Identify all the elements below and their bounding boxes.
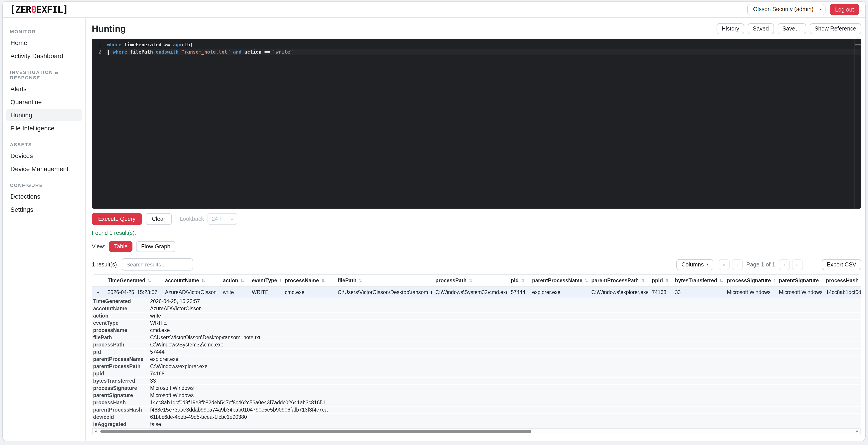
- detail-row-parentprocesspath: parentProcessPathC:\Windows\explorer.exe: [92, 363, 861, 370]
- cell-processsignature: Microsoft Windows: [723, 286, 775, 298]
- sidebar-item-device-management[interactable]: Device Management: [6, 162, 82, 175]
- logo-suffix: EXFIL]: [36, 4, 68, 15]
- page-header-actions: History Saved Save… Show Reference: [717, 23, 861, 34]
- col-header-parentprocesspath[interactable]: parentProcessPath⇅: [588, 275, 648, 286]
- view-toggle: View: Table Flow Graph: [92, 241, 861, 252]
- history-button[interactable]: History: [717, 23, 744, 34]
- first-page-button[interactable]: «: [719, 259, 730, 270]
- editor-overview-ruler: [855, 39, 855, 209]
- detail-row-processpath: processPathC:\Windows\System32\cmd.exe: [92, 341, 861, 349]
- col-header-processhash[interactable]: processHash⇅: [822, 275, 861, 286]
- col-header-processname[interactable]: processName⇅: [281, 275, 334, 286]
- col-header-processsignature[interactable]: processSignature⇅: [723, 275, 775, 286]
- table-row[interactable]: ▼ 2026-04-25, 15:23:57 AzureAD\VictorOls…: [92, 286, 861, 298]
- col-header-ppid[interactable]: ppid⇅: [648, 275, 671, 286]
- sidebar-item-activity-dashboard[interactable]: Activity Dashboard: [6, 50, 82, 62]
- saved-button[interactable]: Saved: [748, 23, 774, 34]
- col-header-processpath[interactable]: processPath⇅: [432, 275, 507, 286]
- scrollbar-thumb[interactable]: [100, 430, 531, 433]
- sort-icon: ⇅: [773, 278, 775, 283]
- detail-row-parentprocessname: parentProcessNameexplorer.exe: [92, 356, 861, 363]
- view-label: View:: [92, 244, 105, 250]
- col-header-action[interactable]: action⇅: [219, 275, 248, 286]
- col-header-pid[interactable]: pid⇅: [507, 275, 528, 286]
- app-card: [ZER0EXFIL] Olsson Security (admin) ▾ Lo…: [2, 1, 866, 441]
- line-number: 2: [92, 49, 107, 55]
- col-header-filepath[interactable]: filePath⇅: [334, 275, 432, 286]
- lookback-label: Lookback: [180, 216, 204, 222]
- app-logo: [ZER0EXFIL]: [10, 4, 68, 15]
- detail-row-deviceid: deviceId61bbc6de-4beb-49d5-bcea-1fcbc1e9…: [92, 414, 861, 421]
- sidebar-item-settings[interactable]: Settings: [6, 203, 82, 216]
- results-table-container: TimeGenerated⇅ accountName⇅ action⇅ even…: [92, 274, 861, 434]
- sidebar-item-home[interactable]: Home: [6, 36, 82, 49]
- scrollbar-track[interactable]: [98, 428, 855, 434]
- sidebar-item-file-intelligence[interactable]: File Intelligence: [6, 122, 82, 134]
- sort-icon: ⇅: [665, 278, 669, 283]
- sidebar-item-devices[interactable]: Devices: [6, 149, 82, 162]
- col-header-parentprocessname[interactable]: parentProcessName⇅: [528, 275, 588, 286]
- col-header-bytestransferred[interactable]: bytesTransferred⇅: [671, 275, 723, 286]
- view-table-button[interactable]: Table: [109, 241, 133, 252]
- execute-query-button[interactable]: Execute Query: [92, 213, 142, 225]
- cell-parentsignature: Microsoft Windows: [775, 286, 822, 298]
- col-header-eventtype[interactable]: eventType⇅: [248, 275, 281, 286]
- sidebar-item-quarantine[interactable]: Quarantine: [6, 96, 82, 108]
- sidebar-item-hunting[interactable]: Hunting: [6, 109, 82, 121]
- pagination: « ‹ Page 1 of 1 › »: [719, 259, 803, 270]
- detail-row-bytestransferred: bytesTransferred33: [92, 377, 861, 385]
- sort-icon: ⇅: [359, 278, 362, 283]
- last-page-button[interactable]: »: [792, 259, 803, 270]
- cell-eventtype: WRITE: [248, 286, 281, 298]
- row-expander[interactable]: ▼: [92, 286, 104, 298]
- sort-icon: ⇅: [821, 278, 822, 283]
- sidebar: MONITOR Home Activity Dashboard INVESTIG…: [3, 18, 86, 441]
- prev-page-button[interactable]: ‹: [732, 259, 743, 270]
- next-page-button[interactable]: ›: [779, 259, 789, 270]
- lookback-select[interactable]: 24 h: [208, 213, 237, 225]
- col-header-timegenerated[interactable]: TimeGenerated⇅: [104, 275, 161, 286]
- detail-row-filepath: filePathC:\Users\VictorOlsson\Desktop\ra…: [92, 334, 861, 341]
- logout-button[interactable]: Log out: [830, 4, 859, 15]
- chevron-down-icon: [230, 217, 234, 220]
- expander-header: [92, 275, 104, 286]
- chevron-down-icon: ▾: [706, 262, 708, 266]
- logo-prefix: [ZER: [10, 4, 31, 15]
- body-row: MONITOR Home Activity Dashboard INVESTIG…: [3, 18, 865, 441]
- search-input[interactable]: [121, 258, 193, 271]
- export-csv-button[interactable]: Export CSV: [822, 259, 861, 270]
- save-button[interactable]: Save…: [777, 23, 806, 34]
- editor-minimap-slider[interactable]: [855, 43, 861, 45]
- col-header-accountname[interactable]: accountName⇅: [161, 275, 219, 286]
- sort-icon: ⇅: [861, 278, 861, 283]
- sort-icon: ⇅: [148, 278, 151, 283]
- lookback-value: 24 h: [212, 216, 223, 222]
- scroll-left-icon[interactable]: ◄: [93, 428, 98, 434]
- sidebar-item-detections[interactable]: Detections: [6, 190, 82, 203]
- cell-action: write: [219, 286, 248, 298]
- code-line-1: 1 where TimeGenerated >= ago(1h): [92, 41, 861, 49]
- org-select[interactable]: Olsson Security (admin) ▾: [747, 4, 826, 15]
- code-line-2: 2 | where filePath endswith "ransom_note…: [92, 49, 861, 55]
- sidebar-item-alerts[interactable]: Alerts: [6, 83, 82, 95]
- scroll-right-icon[interactable]: ►: [855, 428, 860, 434]
- expander-open-icon[interactable]: ▼: [96, 291, 100, 295]
- detail-row-action: actionwrite: [92, 312, 861, 320]
- show-reference-button[interactable]: Show Reference: [809, 23, 861, 34]
- table-header-row: TimeGenerated⇅ accountName⇅ action⇅ even…: [92, 275, 861, 286]
- code-line-1-text: where TimeGenerated >= ago(1h): [107, 41, 861, 49]
- sidebar-section-investigation-response: INVESTIGATION & RESPONSE: [10, 69, 78, 80]
- clear-button[interactable]: Clear: [145, 213, 172, 225]
- detail-row-ppid: ppid74168: [92, 370, 861, 377]
- columns-button[interactable]: Columns▾: [677, 259, 713, 270]
- org-select-value: Olsson Security (admin): [753, 6, 813, 12]
- sort-icon: ⇅: [202, 278, 205, 283]
- query-editor[interactable]: 1 where TimeGenerated >= ago(1h) 2 | whe…: [92, 39, 861, 209]
- view-flow-graph-button[interactable]: Flow Graph: [136, 241, 175, 252]
- sort-icon: ⇅: [469, 278, 472, 283]
- sort-icon: ⇅: [241, 278, 244, 283]
- line-number: 1: [92, 41, 107, 49]
- horizontal-scrollbar[interactable]: ◄ ►: [92, 428, 861, 434]
- col-header-parentsignature[interactable]: parentSignature⇅: [775, 275, 822, 286]
- page-title: Hunting: [92, 24, 126, 34]
